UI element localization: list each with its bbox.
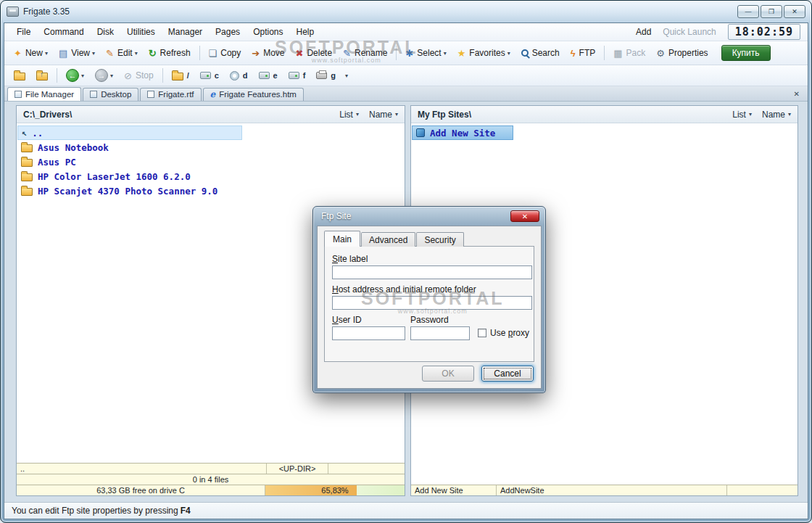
refresh-button[interactable]: ↻ Refresh (144, 45, 196, 61)
site-label-input[interactable] (332, 265, 532, 279)
folder-icon (21, 173, 33, 181)
toolbar-separator (162, 68, 163, 83)
select-icon: ✱ (405, 49, 413, 58)
folder-up-icon (36, 73, 48, 81)
menu-utilities[interactable]: Utilities (120, 25, 162, 39)
maximize-button[interactable]: ❐ (761, 5, 782, 18)
title-bar[interactable]: Frigate 3.35 — ❐ ✕ (1, 1, 811, 22)
dialog-tab-security[interactable]: Security (416, 232, 463, 247)
drive-c-button[interactable]: c (195, 68, 224, 83)
toolbar-separator (604, 46, 605, 60)
drive-list-dropdown[interactable]: ▾ (341, 70, 353, 82)
view-icon: ▤ (59, 49, 67, 58)
chevron-down-icon: ▾ (81, 73, 84, 79)
dialog-tab-advanced[interactable]: Advanced (361, 232, 415, 247)
menu-manager[interactable]: Manager (162, 25, 209, 39)
back-button[interactable]: ← ▾ (61, 66, 89, 85)
list-item-updir[interactable]: ↖ .. (17, 125, 242, 140)
folder-icon (21, 159, 33, 167)
edit-button[interactable]: ✎ Edit ▾ (101, 45, 143, 61)
menu-file[interactable]: File (10, 25, 37, 39)
delete-icon: ✖ (296, 49, 304, 58)
menu-command[interactable]: Command (37, 25, 90, 39)
user-id-input[interactable] (332, 326, 405, 340)
footer-spacer (328, 464, 405, 474)
root-label: / (187, 71, 189, 80)
use-proxy-checkbox[interactable] (478, 329, 486, 337)
view-mode-dropdown[interactable]: List ▾ (339, 110, 359, 120)
drive-icon (289, 72, 299, 79)
forward-button[interactable]: → ▾ (90, 66, 118, 85)
right-panel-path[interactable]: My Ftp Sites\ (418, 110, 471, 120)
move-button[interactable]: ➔ Move (246, 45, 289, 61)
close-button[interactable]: ✕ (784, 5, 805, 18)
left-panel-path[interactable]: C:\_Drivers\ (23, 110, 72, 120)
new-button[interactable]: ✦ New ▾ (9, 45, 53, 61)
left-footer-selection-row: .. <UP-DIR> (17, 463, 405, 474)
right-panel-header: My Ftp Sites\ List ▾ Name ▾ (411, 106, 798, 123)
delete-button[interactable]: ✖ Delete (291, 45, 338, 61)
refresh-icon: ↻ (149, 49, 157, 58)
list-item[interactable]: HP Color LaserJet 1600 6.2.0 (17, 169, 404, 184)
view-mode-dropdown[interactable]: List ▾ (732, 110, 752, 120)
stop-button: ⊘ Stop (119, 67, 159, 83)
drive-f-button[interactable]: f (283, 68, 311, 83)
tab-close-icon[interactable]: ✕ (789, 90, 805, 98)
drive-usage-bar: 65,83% (265, 485, 405, 495)
list-item-add-new-site[interactable]: Add New Site (412, 125, 513, 140)
list-item[interactable]: Asus Notebook (17, 140, 404, 155)
view-button[interactable]: ▤ View ▾ (54, 45, 100, 61)
properties-icon: ⚙ (656, 49, 665, 58)
folder-icon (21, 144, 33, 152)
toolbar-separator (199, 46, 200, 60)
quick-launch-add-button[interactable]: Add (636, 27, 651, 37)
copy-icon: ❏ (209, 49, 218, 58)
list-item[interactable]: Asus PC (17, 155, 404, 169)
drive-d-button[interactable]: d (225, 68, 253, 83)
copy-button[interactable]: ❏ Copy (204, 45, 246, 61)
menu-disk[interactable]: Disk (91, 25, 120, 39)
minimize-button[interactable]: — (737, 5, 759, 18)
menu-pages[interactable]: Pages (209, 25, 246, 39)
chevron-down-icon: ▾ (345, 73, 348, 79)
quick-launch-label: Quick Launch (663, 27, 716, 37)
folder-button[interactable] (9, 67, 30, 83)
ftp-button[interactable]: ϟ FTP (566, 45, 601, 61)
properties-button[interactable]: ⚙ Properties (651, 45, 713, 61)
root-folder-button[interactable]: / (167, 67, 194, 83)
search-button[interactable]: Search (516, 45, 565, 61)
list-item[interactable]: HP Scanjet 4370 Photo Scanner 9.0 (17, 184, 404, 198)
folder-icon (21, 188, 33, 196)
dialog-tab-main[interactable]: Main (324, 231, 360, 247)
select-button[interactable]: ✱ Select ▾ (400, 45, 451, 61)
chevron-down-icon: ▾ (444, 50, 447, 57)
drive-e-button[interactable]: e (254, 68, 283, 83)
dialog-tabs: Main Advanced Security (318, 226, 541, 247)
stop-icon: ⊘ (124, 71, 132, 81)
selected-site-name: Add New Site (411, 485, 497, 495)
buy-button[interactable]: Купить (721, 45, 771, 61)
sort-mode-dropdown[interactable]: Name ▾ (762, 110, 791, 120)
rename-button[interactable]: ✎ Rename (338, 45, 392, 61)
folder-up-button[interactable] (31, 67, 53, 83)
rename-icon: ✎ (343, 49, 351, 58)
password-input[interactable] (410, 326, 470, 340)
tab-frigate-rtf[interactable]: Frigate.rtf (140, 88, 201, 101)
footer-spacer (727, 485, 798, 495)
sort-mode-dropdown[interactable]: Name ▾ (369, 110, 398, 120)
menu-options[interactable]: Options (246, 25, 289, 39)
tab-bar: File Manager Desktop Frigate.rtf e Friga… (4, 86, 808, 102)
tab-desktop[interactable]: Desktop (83, 88, 138, 101)
tab-file-manager[interactable]: File Manager (7, 87, 81, 101)
tab-frigate-features-htm[interactable]: e Frigate Features.htm (203, 88, 304, 101)
menu-help[interactable]: Help (289, 25, 320, 39)
cancel-button[interactable]: Cancel (481, 366, 534, 382)
up-directory-icon: ↖ (22, 128, 27, 138)
favorites-button[interactable]: ★ Favorites ▾ (452, 45, 515, 61)
browser-icon: e (210, 90, 216, 99)
dialog-close-button[interactable]: ✕ (510, 210, 539, 222)
host-address-input[interactable] (332, 296, 532, 310)
drive-g-button[interactable]: g (311, 68, 341, 83)
pack-icon: ▦ (613, 49, 622, 58)
use-proxy-label: Use proxy (490, 328, 529, 338)
